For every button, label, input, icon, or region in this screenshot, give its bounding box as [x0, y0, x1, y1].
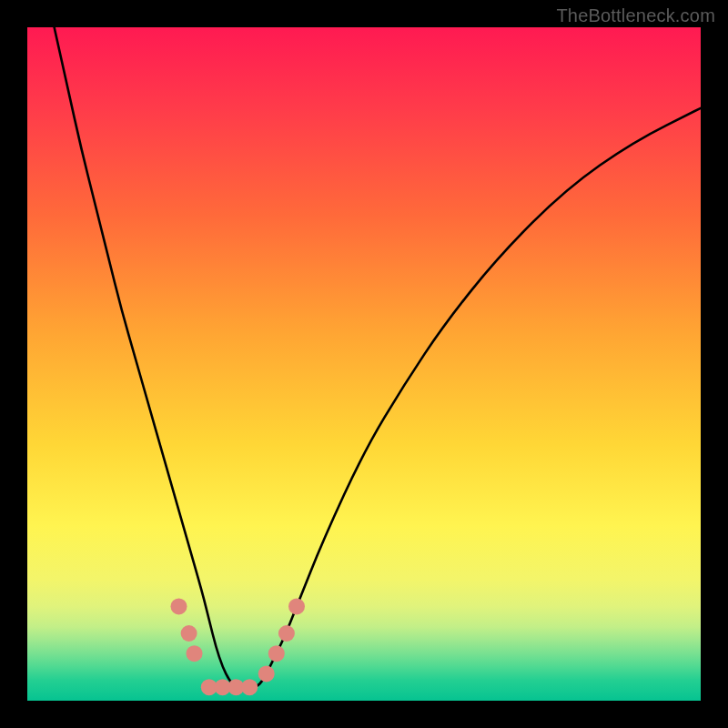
data-marker: [268, 645, 285, 662]
data-marker: [258, 665, 275, 682]
data-marker: [181, 625, 197, 642]
bottleneck-curve: [55, 27, 701, 687]
data-marker: [187, 645, 203, 662]
data-marker: [278, 625, 295, 642]
data-marker: [288, 598, 305, 614]
data-marker: [171, 598, 187, 614]
attribution-label: TheBottleneck.com: [556, 5, 715, 26]
chart-frame: TheBottleneck.com: [0, 0, 728, 728]
plot-area: [27, 27, 701, 701]
chart-svg: [27, 27, 701, 701]
data-marker: [241, 679, 258, 695]
